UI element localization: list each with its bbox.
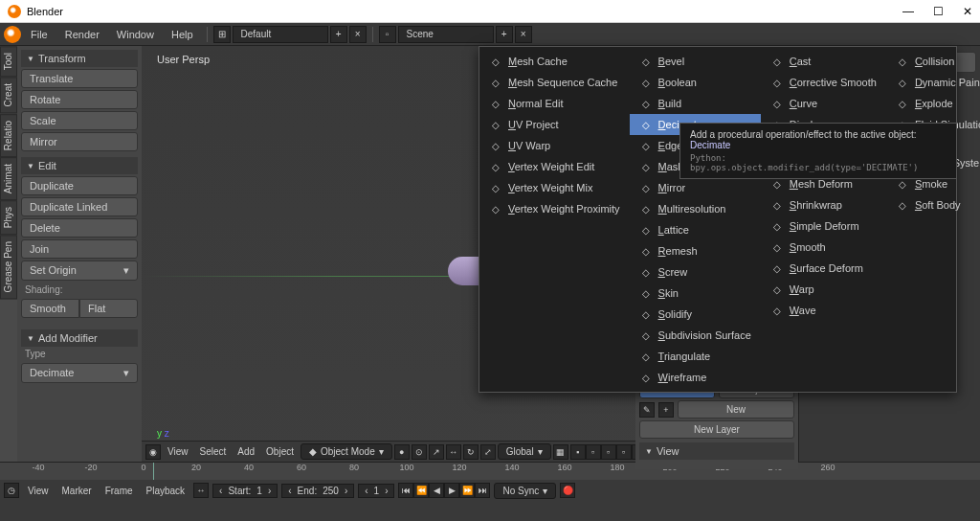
modifier-item-corrective-smooth[interactable]: ◇Corrective Smooth [761, 72, 886, 93]
vh-view[interactable]: View [163, 444, 193, 459]
modifier-item-triangulate[interactable]: ◇Triangulate [630, 346, 761, 367]
add-modifier-op-head[interactable]: Add Modifier [21, 329, 138, 347]
scale-button[interactable]: Scale [21, 111, 138, 130]
modifier-item-vertex-weight-mix[interactable]: ◇Vertex Weight Mix [479, 177, 630, 198]
scene-browse-icon[interactable]: ▫ [379, 26, 396, 43]
modifier-item-curve[interactable]: ◇Curve [761, 93, 886, 114]
vh-select[interactable]: Select [195, 444, 232, 459]
modifier-item-uv-warp[interactable]: ◇UV Warp [479, 135, 630, 156]
layout-del-button[interactable]: × [349, 26, 367, 43]
vh-add[interactable]: Add [233, 444, 259, 459]
timeline-ruler[interactable]: -40-200204060801001201401601802002202402… [0, 463, 980, 480]
modifier-item-mirror[interactable]: ◇Mirror [630, 177, 761, 198]
modifier-item-lattice[interactable]: ◇Lattice [630, 219, 761, 240]
scene-select[interactable]: Scene [398, 26, 494, 43]
mirror-button[interactable]: Mirror [21, 132, 138, 151]
manipulator-scale-icon[interactable]: ⤢ [480, 444, 496, 460]
modifier-item-normal-edit[interactable]: ◇Normal Edit [479, 93, 630, 114]
modifier-item-multiresolution[interactable]: ◇Multiresolution [630, 198, 761, 219]
jump-start-icon[interactable]: ⏮ [398, 483, 413, 498]
modifier-item-wireframe[interactable]: ◇Wireframe [630, 367, 761, 388]
modifier-item-bevel[interactable]: ◇Bevel [630, 51, 761, 72]
minimize-button[interactable]: — [902, 5, 914, 18]
shade-flat-button[interactable]: Flat [79, 299, 138, 318]
edit-panel-head[interactable]: Edit [21, 157, 138, 174]
modifier-dropdown[interactable]: ◇Mesh Cache◇Mesh Sequence Cache◇Normal E… [479, 46, 957, 393]
gp-pencil-icon[interactable]: ✎ [639, 402, 655, 418]
start-frame-field[interactable]: ‹ Start: 1 › [212, 484, 278, 498]
shade-smooth-button[interactable]: Smooth [21, 299, 79, 318]
menu-file[interactable]: File [23, 27, 56, 42]
transform-panel-head[interactable]: Transform [21, 50, 138, 67]
menu-help[interactable]: Help [164, 27, 201, 42]
modifier-item-soft-body[interactable]: ◇Soft Body [886, 194, 980, 215]
view-panel-head[interactable]: View [639, 442, 794, 460]
tab-tools[interactable]: Tool [0, 46, 17, 77]
modifier-item-build[interactable]: ◇Build [630, 93, 761, 114]
modifier-item-cast[interactable]: ◇Cast [761, 51, 886, 72]
tab-create[interactable]: Creat [0, 77, 17, 113]
modifier-item-skin[interactable]: ◇Skin [630, 283, 761, 304]
modifier-item-dynamic-paint[interactable]: ◇Dynamic Paint [886, 72, 980, 93]
orientation-select[interactable]: Global ▾ [498, 443, 551, 460]
duplicate-button[interactable]: Duplicate [21, 176, 138, 195]
manipulator-icon[interactable]: ↗ [429, 444, 444, 460]
mode-select[interactable]: ◆ Object Mode ▾ [301, 443, 392, 460]
layout-add-button[interactable]: + [330, 26, 347, 43]
current-frame-field[interactable]: ‹ 1 › [358, 484, 394, 498]
addmod-type-select[interactable]: Decimate▾ [21, 363, 138, 383]
modifier-item-collision[interactable]: ◇Collision [886, 51, 980, 72]
close-button[interactable]: ✕ [963, 5, 972, 18]
set-origin-button[interactable]: Set Origin▾ [21, 260, 138, 281]
keyframe-prev-icon[interactable]: ⏪ [413, 483, 429, 498]
shading-solid-icon[interactable]: ● [394, 444, 410, 460]
keyframe-next-icon[interactable]: ⏩ [459, 483, 475, 498]
modifier-item-warp[interactable]: ◇Warp [761, 279, 886, 300]
tab-grease[interactable]: Grease Pen [0, 235, 17, 299]
timeline-editor-icon[interactable]: ◷ [4, 483, 19, 498]
modifier-item-solidify[interactable]: ◇Solidify [630, 304, 761, 325]
menu-render[interactable]: Render [57, 27, 107, 42]
delete-button[interactable]: Delete [21, 218, 138, 238]
rotate-button[interactable]: Rotate [21, 90, 138, 109]
duplicate-linked-button[interactable]: Duplicate Linked [21, 197, 138, 216]
modifier-item-mesh-sequence-cache[interactable]: ◇Mesh Sequence Cache [479, 72, 630, 93]
translate-button[interactable]: Translate [21, 69, 138, 88]
modifier-item-screw[interactable]: ◇Screw [630, 261, 761, 283]
jump-end-icon[interactable]: ⏭ [475, 483, 490, 498]
tl-marker[interactable]: Marker [57, 484, 97, 498]
tl-range-icon[interactable]: ↔ [193, 483, 209, 498]
join-button[interactable]: Join [21, 239, 138, 259]
modifier-item-boolean[interactable]: ◇Boolean [630, 72, 761, 93]
tab-animation[interactable]: Animat [0, 157, 17, 200]
play-reverse-icon[interactable]: ◀ [429, 483, 444, 498]
manipulator-rotate-icon[interactable]: ↻ [463, 444, 479, 460]
tl-playback[interactable]: Playback [142, 484, 190, 498]
screen-layout-icon[interactable]: ⊞ [213, 26, 231, 43]
scene-del-button[interactable]: × [515, 26, 532, 43]
modifier-item-wave[interactable]: ◇Wave [761, 300, 886, 321]
screen-layout-select[interactable]: Default [233, 26, 328, 43]
editor-type-icon[interactable]: ◉ [145, 444, 161, 460]
modifier-item-simple-deform[interactable]: ◇Simple Deform [761, 215, 886, 237]
end-frame-field[interactable]: ‹ End: 250 › [281, 484, 354, 498]
blender-icon[interactable] [4, 26, 21, 43]
vh-object[interactable]: Object [261, 444, 299, 459]
modifier-item-surface-deform[interactable]: ◇Surface Deform [761, 258, 886, 279]
modifier-item-explode[interactable]: ◇Explode [886, 93, 980, 114]
play-icon[interactable]: ▶ [444, 483, 459, 498]
playhead[interactable] [153, 463, 154, 480]
gp-add-icon[interactable]: + [658, 402, 674, 418]
tab-relations[interactable]: Relatio [0, 114, 17, 157]
tl-view[interactable]: View [23, 484, 54, 498]
modifier-item-smooth[interactable]: ◇Smooth [761, 237, 886, 258]
gp-new-button[interactable]: New [678, 400, 794, 419]
modifier-item-shrinkwrap[interactable]: ◇Shrinkwrap [761, 194, 886, 215]
pivot-icon[interactable]: ⊙ [412, 444, 427, 460]
scene-add-button[interactable]: + [496, 26, 513, 43]
modifier-item-subdivision-surface[interactable]: ◇Subdivision Surface [630, 325, 761, 346]
modifier-item-vertex-weight-proximity[interactable]: ◇Vertex Weight Proximity [479, 198, 630, 219]
layers-icon[interactable]: ▦ [553, 444, 568, 460]
modifier-item-mesh-cache[interactable]: ◇Mesh Cache [479, 51, 630, 72]
manipulator-translate-icon[interactable]: ↔ [446, 444, 461, 460]
